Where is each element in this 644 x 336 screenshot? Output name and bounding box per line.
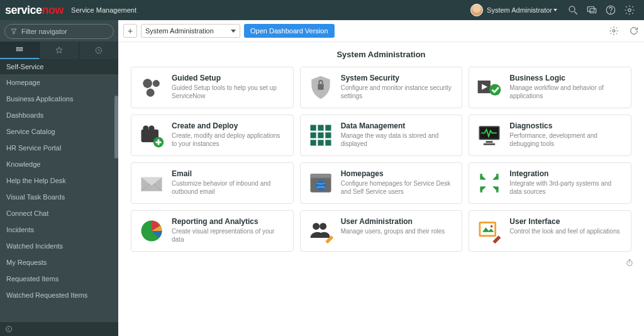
pie-chart-icon	[138, 217, 165, 245]
sidebar-item[interactable]: Watched Incidents	[0, 238, 118, 254]
user-avatar[interactable]	[470, 4, 483, 16]
sidebar-item[interactable]: My Requests	[0, 254, 118, 271]
svg-rect-3	[590, 9, 596, 13]
card-desc: Manage the way data is stored and displa…	[341, 132, 454, 148]
svg-point-12	[143, 79, 152, 88]
card-user-interface[interactable]: User Interface Control the look and feel…	[469, 210, 631, 252]
card-email[interactable]: Email Customize behavior of inbound and …	[131, 162, 294, 204]
chat-icon[interactable]	[586, 4, 597, 16]
sidebar-item[interactable]: HR Service Portal	[0, 140, 118, 156]
card-reporting[interactable]: Reporting and Analytics Create visual re…	[131, 210, 294, 252]
svg-rect-29	[318, 140, 323, 145]
svg-point-20	[148, 125, 154, 131]
sidebar-item[interactable]: Help the Help Desk	[0, 172, 118, 189]
browser-globe-icon	[307, 169, 335, 197]
content-toolbar: + System Administration Open Dashboard V…	[118, 20, 644, 42]
user-menu-chevron-icon[interactable]	[553, 9, 557, 11]
sidebar-item[interactable]: Watched Requested Items	[0, 287, 118, 303]
svg-rect-33	[486, 141, 493, 143]
svg-point-0	[569, 6, 575, 12]
svg-rect-30	[325, 140, 331, 145]
shield-lock-icon	[307, 74, 335, 101]
svg-point-5	[611, 13, 611, 13]
page-title: System Administration	[131, 50, 631, 59]
sidebar-item[interactable]: Requested Items	[0, 271, 118, 287]
favorites-tab[interactable]	[40, 42, 79, 59]
sidebar-item[interactable]: Visual Task Boards	[0, 189, 118, 205]
card-title: Guided Setup	[172, 74, 285, 82]
card-title: Homepages	[341, 169, 454, 178]
clock-icon	[94, 46, 103, 55]
open-dashboard-button[interactable]: Open Dashboard Version	[244, 24, 335, 38]
breadcrumb-label: System Administration	[145, 27, 214, 35]
filter-navigator-input[interactable]: Filter navigator	[4, 24, 114, 39]
help-icon[interactable]	[605, 4, 616, 16]
card-user-admin[interactable]: User Administration Manage users, groups…	[300, 210, 463, 252]
app-title: Service Management	[71, 6, 136, 14]
card-system-security[interactable]: System Security Configure and monitor in…	[300, 67, 463, 108]
card-business-logic[interactable]: Business Logic Manage workflow and behav…	[469, 67, 631, 108]
svg-line-1	[574, 11, 577, 14]
svg-rect-24	[325, 125, 331, 131]
stopwatch-icon[interactable]	[625, 258, 634, 267]
product-logo: servicenow	[5, 4, 64, 17]
card-desc: Create visual representations of your da…	[172, 227, 285, 244]
page-body: System Administration Guided Setup Guide…	[118, 42, 644, 336]
funnel-icon	[10, 28, 18, 35]
card-diagnostics[interactable]: Diagnostics Performance, development and…	[469, 115, 631, 156]
card-data-management[interactable]: Data Management Manage the way data is s…	[300, 115, 463, 156]
search-icon[interactable]	[567, 4, 579, 16]
list-icon	[15, 45, 24, 54]
card-desc: Configure and monitor instance security …	[341, 84, 454, 100]
svg-rect-8	[16, 50, 22, 51]
user-name[interactable]: System Administrator	[487, 6, 552, 14]
card-desc: Configure homepages for Service Desk and…	[341, 179, 454, 196]
refresh-icon[interactable]	[629, 26, 639, 36]
card-title: Data Management	[341, 121, 454, 130]
card-desc: Customize behavior of inbound and outbou…	[172, 179, 285, 196]
svg-point-6	[628, 9, 631, 12]
svg-point-19	[143, 125, 148, 131]
settings-gear-icon[interactable]	[624, 4, 635, 16]
users-pencil-icon	[307, 217, 335, 245]
package-plus-icon	[138, 121, 165, 149]
chevron-down-icon	[231, 30, 236, 33]
card-title: System Security	[341, 74, 454, 82]
main-content: + System Administration Open Dashboard V…	[118, 20, 644, 336]
sidebar-item[interactable]: Dashboards	[0, 107, 118, 123]
monitor-pulse-icon	[475, 121, 503, 149]
card-title: User Interface	[509, 217, 619, 226]
sidebar-item[interactable]: Homepage	[0, 74, 118, 91]
svg-rect-27	[325, 132, 331, 138]
sidebar-nav-list: Homepage Business Applications Dashboard…	[0, 74, 118, 322]
sidebar-section-header[interactable]: Self-Service	[0, 59, 118, 74]
card-homepages[interactable]: Homepages Configure homepages for Servic…	[300, 162, 463, 204]
sidebar-item[interactable]: Connect Chat	[0, 205, 118, 221]
svg-point-38	[315, 180, 326, 191]
card-integration[interactable]: Integration Integrate with 3rd-party sys…	[469, 162, 631, 204]
arrows-in-icon	[475, 169, 503, 197]
card-guided-setup[interactable]: Guided Setup Guided Setup tools to help …	[131, 67, 294, 108]
sidebar-item[interactable]: Business Applications	[0, 91, 118, 107]
svg-point-45	[627, 260, 632, 266]
grid-icon	[307, 121, 335, 149]
sidebar-item[interactable]: Knowledge	[0, 156, 118, 172]
svg-point-13	[153, 80, 160, 87]
history-tab[interactable]	[79, 42, 118, 59]
sidebar-item[interactable]: Incidents	[0, 221, 118, 238]
card-create-deploy[interactable]: Create and Deploy Create, modify and dep…	[131, 115, 294, 156]
collapse-sidebar-button[interactable]	[0, 322, 118, 336]
gear-icon[interactable]	[609, 26, 619, 36]
all-apps-tab[interactable]	[0, 42, 40, 59]
card-title: Reporting and Analytics	[172, 217, 285, 226]
svg-rect-23	[318, 125, 323, 131]
card-desc: Integrate with 3rd-party systems and dat…	[509, 179, 623, 196]
add-tab-button[interactable]: +	[123, 24, 137, 38]
svg-rect-7	[16, 48, 22, 49]
card-desc: Control the look and feel of application…	[509, 227, 619, 235]
card-desc: Manage workflow and behavior of applicat…	[509, 84, 623, 100]
left-sidebar: Filter navigator Self-Service Homepage B…	[0, 20, 118, 336]
breadcrumb-selector[interactable]: System Administration	[141, 24, 240, 38]
sidebar-item[interactable]: Service Catalog	[0, 123, 118, 140]
svg-point-40	[313, 223, 319, 230]
